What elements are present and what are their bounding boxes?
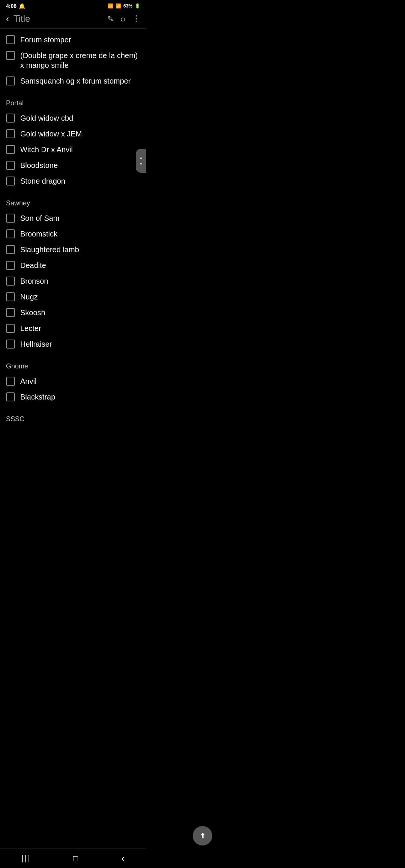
checkbox-nugz[interactable] <box>6 292 15 301</box>
checkbox-gold-widow-jem[interactable] <box>6 129 15 138</box>
list-item-slaughtered-lamb[interactable]: Slaughtered lamb <box>0 242 146 257</box>
list-item-anvil[interactable]: Anvil <box>0 373 146 389</box>
checkbox-deadite[interactable] <box>6 261 15 270</box>
more-icon[interactable]: ⋮ <box>132 14 140 24</box>
list-item-hellraiser[interactable]: Hellraiser <box>0 336 146 352</box>
content-area: ▲ ▼ Forum stomper(Double grape x creme d… <box>0 29 146 456</box>
battery-label: 63% <box>123 3 132 9</box>
checkbox-bloodstone[interactable] <box>6 161 15 170</box>
section-spacer-1 <box>0 89 146 93</box>
checkbox-forum-stomper[interactable] <box>6 35 15 44</box>
section-header-portal: Portal <box>0 93 146 110</box>
section-spacer-2 <box>0 189 146 193</box>
list-item-stone-dragon[interactable]: Stone dragon <box>0 173 146 189</box>
time-label: 4:08 <box>6 3 16 9</box>
checkbox-stone-dragon[interactable] <box>6 177 15 186</box>
section-header-sawney: Sawney <box>0 193 146 210</box>
item-label-stone-dragon: Stone dragon <box>20 176 65 186</box>
checkbox-skoosh[interactable] <box>6 308 15 317</box>
item-label-bronson: Bronson <box>20 276 48 286</box>
section-header-sssc: SSSC <box>0 409 146 426</box>
list-item-samsquanch[interactable]: Samsquanch og x forum stomper <box>0 73 146 89</box>
wifi-icon: 📶 <box>108 3 113 9</box>
status-bar: 4:08 🔔 📶 📶 63% 🔋 <box>0 0 146 10</box>
checkbox-broomstick[interactable] <box>6 229 15 238</box>
toolbar-icons: ✎ ⌕ ⋮ <box>107 14 140 24</box>
item-label-slaughtered-lamb: Slaughtered lamb <box>20 245 79 254</box>
item-label-bloodstone: Bloodstone <box>20 160 58 170</box>
item-label-blackstrap: Blackstrap <box>20 392 55 402</box>
signal-icon: 📶 <box>116 3 121 9</box>
item-label-double-grape: (Double grape x creme de la chem) x mang… <box>20 51 140 70</box>
sections-container: Forum stomper(Double grape x creme de la… <box>0 32 146 426</box>
scroll-up-arrow: ▲ <box>139 156 143 160</box>
scroll-handle[interactable]: ▲ ▼ <box>136 149 146 173</box>
search-icon[interactable]: ⌕ <box>120 14 125 24</box>
item-label-nugz: Nugz <box>20 292 38 302</box>
item-label-hellraiser: Hellraiser <box>20 339 52 349</box>
list-item-broomstick[interactable]: Broomstick <box>0 226 146 242</box>
checkbox-blackstrap[interactable] <box>6 392 15 401</box>
bell-icon: 🔔 <box>19 3 25 9</box>
checkbox-witch-dr-anvil[interactable] <box>6 145 15 154</box>
battery-icon: 🔋 <box>135 3 140 9</box>
checkbox-bronson[interactable] <box>6 277 15 286</box>
status-left: 4:08 🔔 <box>6 3 25 9</box>
item-label-gold-widow-cbd: Gold widow cbd <box>20 113 73 123</box>
list-item-son-of-sam[interactable]: Son of Sam <box>0 210 146 226</box>
section-spacer-4 <box>0 405 146 409</box>
checkbox-anvil[interactable] <box>6 377 15 386</box>
list-item-skoosh[interactable]: Skoosh <box>0 305 146 320</box>
list-item-gold-widow-jem[interactable]: Gold widow x JEM <box>0 126 146 142</box>
checkbox-slaughtered-lamb[interactable] <box>6 245 15 254</box>
item-label-forum-stomper: Forum stomper <box>20 35 71 45</box>
item-label-lecter: Lecter <box>20 323 41 333</box>
list-item-bronson[interactable]: Bronson <box>0 273 146 289</box>
page-title: Title <box>14 13 104 24</box>
item-label-gold-widow-jem: Gold widow x JEM <box>20 129 82 139</box>
item-label-skoosh: Skoosh <box>20 308 45 317</box>
item-label-broomstick: Broomstick <box>20 229 57 239</box>
item-label-witch-dr-anvil: Witch Dr x Anvil <box>20 145 73 154</box>
checkbox-son-of-sam[interactable] <box>6 214 15 223</box>
item-label-son-of-sam: Son of Sam <box>20 213 60 223</box>
item-label-samsquanch: Samsquanch og x forum stomper <box>20 76 131 86</box>
list-item-deadite[interactable]: Deadite <box>0 257 146 273</box>
section-header-gnome: Gnome <box>0 356 146 373</box>
list-item-nugz[interactable]: Nugz <box>0 289 146 305</box>
status-right: 📶 📶 63% 🔋 <box>108 3 140 9</box>
checkbox-samsquanch[interactable] <box>6 76 15 85</box>
list-item-lecter[interactable]: Lecter <box>0 320 146 336</box>
toolbar: ‹ Title ✎ ⌕ ⋮ <box>0 10 146 29</box>
checkbox-lecter[interactable] <box>6 324 15 333</box>
item-label-deadite: Deadite <box>20 260 46 270</box>
list-item-witch-dr-anvil[interactable]: Witch Dr x Anvil <box>0 142 146 157</box>
section-spacer-3 <box>0 352 146 356</box>
checkbox-double-grape[interactable] <box>6 51 15 60</box>
list-item-blackstrap[interactable]: Blackstrap <box>0 389 146 405</box>
scroll-down-arrow: ▼ <box>139 162 143 166</box>
list-item-gold-widow-cbd[interactable]: Gold widow cbd <box>0 110 146 126</box>
list-item-forum-stomper[interactable]: Forum stomper <box>0 32 146 48</box>
list-item-bloodstone[interactable]: Bloodstone <box>0 157 146 173</box>
checkbox-gold-widow-cbd[interactable] <box>6 114 15 123</box>
list-item-double-grape[interactable]: (Double grape x creme de la chem) x mang… <box>0 48 146 73</box>
checkbox-hellraiser[interactable] <box>6 340 15 349</box>
item-label-anvil: Anvil <box>20 376 36 386</box>
back-button[interactable]: ‹ <box>6 13 9 24</box>
edit-icon[interactable]: ✎ <box>107 14 114 23</box>
